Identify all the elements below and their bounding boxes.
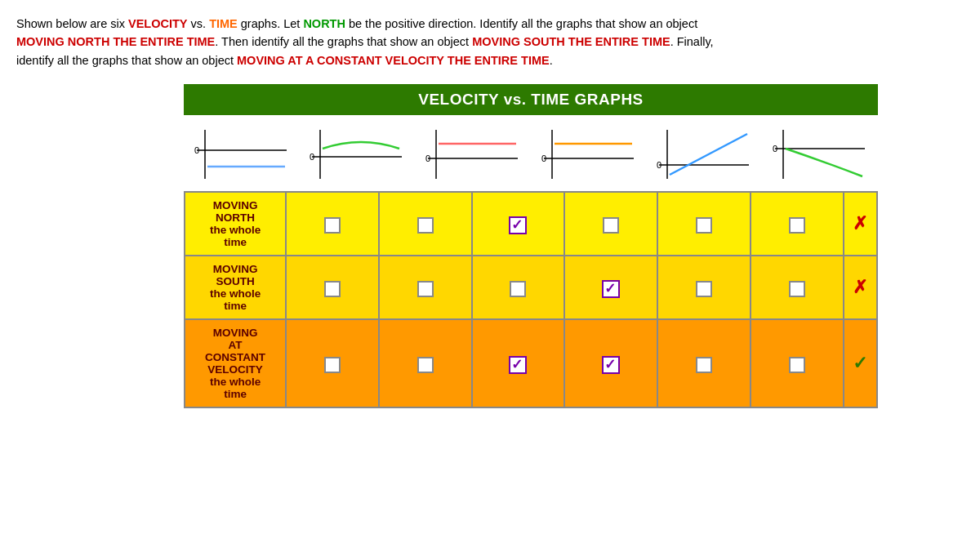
north-check-4[interactable] [564, 192, 657, 256]
checkbox-checked[interactable] [602, 280, 620, 298]
const-check-4[interactable] [564, 319, 657, 407]
graph-6: 0 [767, 123, 873, 185]
instructions: Shown below are six VELOCITY vs. TIME gr… [16, 15, 964, 69]
north-check-5[interactable] [657, 192, 751, 256]
south-check-3[interactable] [472, 256, 565, 319]
const-check-1[interactable] [286, 319, 379, 407]
instr-time: TIME [209, 17, 238, 30]
svg-text:0: 0 [773, 144, 777, 154]
instr-vs: vs. [188, 17, 210, 30]
table-row-north: MOVINGNORTHthe wholetime [185, 192, 877, 256]
checkbox-unchecked[interactable] [324, 281, 341, 297]
graph-2-svg: 0 [308, 126, 406, 183]
checkbox-unchecked[interactable] [417, 217, 434, 234]
south-check-6[interactable] [751, 256, 844, 319]
checkbox-checked[interactable] [602, 356, 620, 374]
checkbox-checked[interactable] [509, 356, 527, 374]
south-check-4[interactable] [564, 256, 657, 319]
instr-pre: Shown below are six [16, 17, 128, 30]
graphs-row: 0 0 0 [184, 115, 878, 191]
const-check-2[interactable] [379, 319, 472, 407]
table-row-const: MOVINGATCONSTANTVELOCITYthe wholetime [185, 319, 877, 407]
checkbox-unchecked[interactable] [696, 281, 712, 297]
instr-velocity: VELOCITY [128, 17, 188, 30]
graph-5-svg: 0 [655, 126, 753, 183]
graph-3-svg: 0 [424, 126, 522, 183]
instr-rest1: be the positive direction. Identify all … [345, 17, 697, 30]
graph-4-svg: 0 [540, 126, 638, 183]
south-check-1[interactable] [286, 256, 379, 319]
graph-4: 0 [536, 123, 642, 185]
const-check-5[interactable] [657, 319, 751, 407]
checkbox-unchecked[interactable] [417, 281, 434, 297]
north-check-3[interactable] [472, 192, 565, 256]
graph-3: 0 [420, 123, 526, 185]
main-container: VELOCITY vs. TIME GRAPHS 0 0 [98, 84, 964, 408]
checkbox-unchecked[interactable] [696, 357, 712, 373]
checkbox-unchecked[interactable] [789, 357, 805, 373]
svg-text:0: 0 [310, 152, 314, 162]
south-result: ✗ [844, 256, 877, 319]
row-label-const: MOVINGATCONSTANTVELOCITYthe wholetime [185, 319, 286, 407]
north-check-2[interactable] [379, 192, 472, 256]
instr-mid1: graphs. Let [238, 17, 304, 30]
const-check-6[interactable] [751, 319, 844, 407]
north-result: ✗ [844, 192, 877, 256]
north-check-1[interactable] [286, 192, 379, 256]
svg-text:0: 0 [541, 154, 546, 163]
title-bar: VELOCITY vs. TIME GRAPHS [184, 84, 878, 115]
checkbox-unchecked[interactable] [324, 217, 341, 234]
checkbox-unchecked[interactable] [789, 217, 805, 234]
south-check-5[interactable] [657, 256, 751, 319]
instr-north: NORTH [303, 17, 345, 30]
north-check-6[interactable] [751, 192, 844, 256]
const-result: ✓ [844, 319, 877, 407]
graph-1: 0 [189, 123, 295, 185]
svg-text:0: 0 [657, 160, 662, 170]
table-row-south: MOVINGSOUTHthe wholetime [185, 256, 877, 319]
svg-text:0: 0 [425, 154, 430, 163]
checkbox-unchecked[interactable] [510, 281, 526, 297]
south-check-2[interactable] [379, 256, 472, 319]
instr-move-south: MOVING SOUTH THE ENTIRE TIME [472, 35, 670, 48]
instr-rest2: . Finally, [670, 35, 714, 48]
checkbox-unchecked[interactable] [417, 357, 434, 373]
row-label-north: MOVINGNORTHthe wholetime [185, 192, 286, 256]
checkbox-unchecked[interactable] [696, 217, 712, 234]
title-text: VELOCITY vs. TIME GRAPHS [418, 91, 644, 108]
instr-move-const: MOVING AT A CONSTANT VELOCITY THE ENTIRE… [237, 54, 550, 67]
instr-pre3: identify all the graphs that show an obj… [16, 54, 237, 67]
graph-5: 0 [651, 123, 757, 185]
graph-1-svg: 0 [193, 126, 291, 183]
svg-text:0: 0 [194, 145, 199, 155]
checkbox-unchecked[interactable] [324, 357, 341, 373]
instr-move-north: MOVING NORTH THE ENTIRE TIME [16, 35, 215, 48]
svg-line-18 [670, 134, 747, 175]
answer-table: MOVINGNORTHthe wholetime [184, 191, 878, 408]
checkbox-unchecked[interactable] [789, 281, 805, 297]
instr-mid2: . Then identify all the graphs that show… [215, 35, 472, 48]
row-label-south: MOVINGSOUTHthe wholetime [185, 256, 286, 319]
instr-end: . [550, 54, 553, 67]
checkbox-unchecked[interactable] [603, 217, 619, 234]
const-check-3[interactable] [472, 319, 565, 407]
graph-2: 0 [304, 123, 410, 185]
graph-6-svg: 0 [771, 126, 869, 183]
checkbox-checked[interactable] [509, 216, 527, 234]
